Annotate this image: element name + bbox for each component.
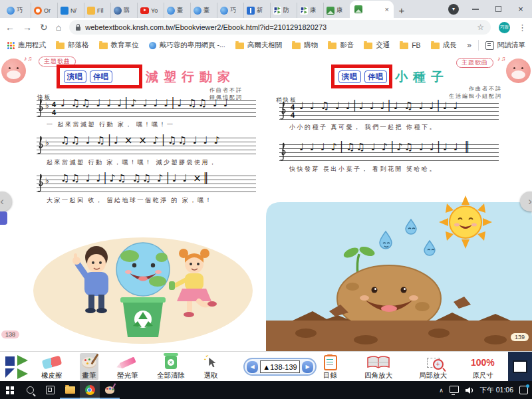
karaoke-button[interactable]: 伴唱 (90, 70, 112, 83)
music-mascot-right (506, 59, 531, 83)
tab-title: 購 (124, 6, 130, 15)
browser-tab[interactable]: 康 (323, 3, 350, 18)
fullscreen-button[interactable] (513, 360, 527, 373)
chrome-menu-icon[interactable]: ⋮ (518, 23, 527, 33)
forward-button[interactable]: → (23, 23, 32, 32)
side-panel-handle[interactable] (0, 211, 7, 225)
globe-favicon (220, 7, 228, 15)
highlighter-tool[interactable]: 螢光筆 (117, 353, 138, 380)
browser-tab[interactable]: Or (31, 3, 57, 18)
page-navigator: ◀ ▶ (243, 358, 317, 376)
url-text[interactable]: webetextbook.knsh.com.tw/Ebookviewer2/Eb… (85, 23, 327, 31)
bookmark-link[interactable]: 戴巧蓉的專用網頁 -... (149, 41, 225, 50)
window-controls: ▾ × (448, 0, 532, 18)
reload-button[interactable]: ↻ (40, 23, 48, 32)
bookmark-folder[interactable]: 購物 (292, 41, 318, 50)
paint-taskbar-button[interactable] (100, 381, 120, 399)
knsh-favicon (300, 7, 308, 15)
action-center-icon[interactable] (519, 386, 528, 394)
bookmark-star-icon[interactable]: ☆ (477, 23, 484, 32)
bookmark-folder[interactable]: 教育單位 (99, 41, 139, 50)
bookmark-folder[interactable]: 成長 (431, 41, 457, 50)
bookmarks-overflow-icon[interactable]: » (467, 41, 471, 50)
bookmark-folder[interactable]: 部落格 (56, 41, 89, 50)
browser-tab[interactable]: 巧 (217, 3, 243, 18)
tool-label: 橡皮擦 (41, 371, 63, 380)
trash-icon (165, 354, 177, 370)
bookmark-folder[interactable]: 高爾夫相關 (235, 41, 283, 50)
highlighter-icon (120, 354, 136, 370)
browser-tab[interactable]: 巧 (4, 3, 31, 18)
task-view-icon (46, 386, 55, 394)
page-number-left: 138 (1, 331, 19, 338)
eraser-icon (43, 354, 61, 370)
four-corner-zoom-button[interactable]: 四角放大 (364, 353, 392, 380)
original-size-button[interactable]: 100% 原尺寸 (471, 353, 495, 380)
music-notes-decoration: ♪♫ (497, 55, 506, 62)
browser-tab[interactable]: N/ (57, 3, 84, 18)
browser-tab[interactable]: 臺 (190, 3, 217, 18)
bookmark-apps[interactable]: 應用程式 (7, 41, 46, 50)
staff-notes: ♩ ♫♫ ♩ ♩ ♩│♪ ♩ ♩ ♩│♩ ♫♫ ♩ ♩ (61, 97, 253, 109)
folder-icon (99, 43, 108, 49)
screen: 巧 Or N/ Fil 購 Yo 臺 臺 巧 新 防 康 康 × + ▾ × ←… (0, 0, 532, 399)
taskbar-search-button[interactable] (20, 381, 40, 399)
browser-tab[interactable]: Fil (84, 3, 110, 18)
clock[interactable]: 下午 01:06 (480, 386, 513, 395)
credit-line: 生活編輯小組配詞 (392, 92, 502, 100)
music-staff: ♩ ♩ ♩ ♪│♫♫ ♩ ♪│♪♫ ♩ ♩│♩ ♩ ║ (279, 144, 499, 161)
back-button[interactable]: ← (5, 23, 15, 32)
sing-button[interactable]: 演唱 (338, 70, 361, 83)
page-range-input[interactable] (260, 360, 300, 373)
minimize-button[interactable] (464, 0, 487, 18)
eraser-tool[interactable]: 橡皮擦 (41, 353, 63, 380)
previous-pages-button[interactable]: ◀ (247, 361, 258, 373)
next-pages-button[interactable]: ▶ (302, 361, 313, 373)
profile-avatar[interactable]: 巧蓉 (499, 22, 510, 33)
credit-line: 作曲者不詳 (392, 85, 502, 92)
tab-search-button[interactable]: ▾ (448, 4, 459, 15)
file-explorer-button[interactable] (60, 381, 80, 399)
select-tool[interactable]: 選取 (203, 353, 218, 380)
sing-button[interactable]: 演唱 (64, 70, 86, 83)
bookmark-label: FB (412, 41, 420, 49)
close-button[interactable]: × (509, 0, 532, 18)
treble-clef-icon (37, 174, 45, 195)
hidden-icons-chevron[interactable]: ∧ (439, 387, 444, 394)
brush-tool[interactable]: 畫筆 (80, 353, 98, 380)
ebook-favicon (354, 5, 362, 13)
reading-list-button[interactable]: 閱讀清單 (485, 41, 525, 50)
bookmark-label: 交通 (376, 41, 390, 50)
browser-tab[interactable]: Yo (137, 3, 164, 18)
network-icon[interactable] (450, 386, 459, 393)
home-button[interactable]: ⌂ (56, 23, 61, 32)
browser-tab[interactable]: 新 (243, 3, 270, 18)
chrome-taskbar-button[interactable] (80, 381, 100, 399)
previous-page-arrow[interactable]: ‹ (0, 192, 12, 211)
browser-tab[interactable]: 臺 (164, 3, 190, 18)
browser-tab[interactable]: 購 (110, 3, 137, 18)
task-view-button[interactable] (40, 381, 60, 399)
new-tab-button[interactable]: + (394, 3, 410, 18)
karaoke-button[interactable]: 伴唱 (364, 70, 387, 83)
volume-icon[interactable] (465, 386, 474, 394)
browser-tab[interactable]: 防 (270, 3, 297, 18)
tab-close-icon[interactable]: × (385, 6, 389, 13)
address-bar[interactable]: webetextbook.knsh.com.tw/Ebookviewer2/Eb… (69, 20, 491, 35)
bookmark-folder[interactable]: 交通 (364, 41, 390, 50)
chrome-icon (85, 385, 95, 395)
browser-tab-active[interactable]: × (350, 1, 394, 18)
bookmark-folder[interactable]: FB (400, 41, 420, 49)
toc-button[interactable]: 目錄 (323, 353, 337, 380)
origin-favicon (34, 7, 42, 15)
maximize-button[interactable] (487, 0, 509, 18)
bookmark-folder[interactable]: 影音 (328, 41, 354, 50)
tab-title: 巧 (17, 6, 23, 15)
start-button[interactable] (0, 381, 20, 399)
staff-notes: ♩ ♩ ♩ ♪│♫♫ ♩ ♪│♪♫ ♩ ♩│♩ ♩ ║ (299, 141, 496, 153)
partial-zoom-button[interactable]: 局部放大 (419, 353, 447, 380)
bookmark-label: 高爾夫相關 (247, 41, 283, 50)
clear-all-tool[interactable]: 全部清除 (157, 353, 185, 380)
search-icon (27, 386, 34, 394)
browser-tab[interactable]: 康 (297, 3, 323, 18)
